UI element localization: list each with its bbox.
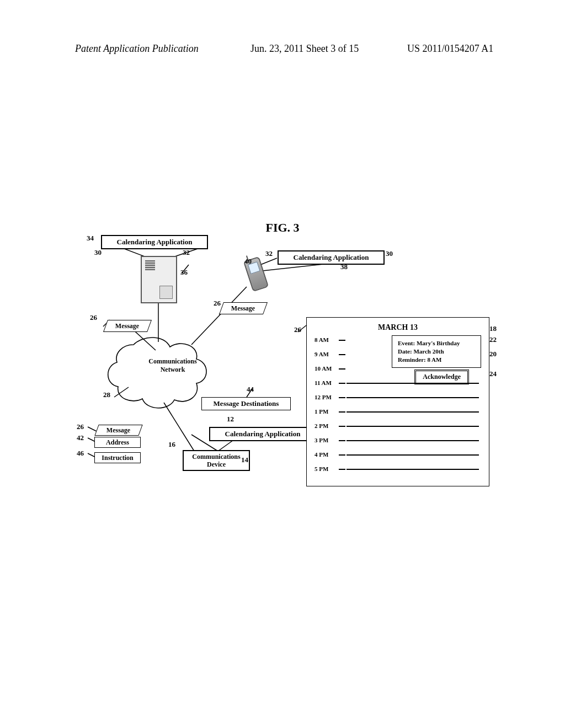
- svg-line-15: [88, 427, 97, 431]
- time-label: 8 AM: [315, 336, 340, 343]
- slot-line: [347, 440, 479, 441]
- calendaring-app-box-right: Calendaring Application: [278, 250, 385, 265]
- slot-line: [347, 454, 479, 456]
- message-label: Message: [115, 322, 139, 330]
- ref-12: 12: [227, 415, 234, 424]
- time-label: 1 PM: [315, 408, 340, 415]
- ref-20: 20: [489, 350, 497, 358]
- message-para-upper: Message: [219, 302, 268, 314]
- ref-32b: 32: [265, 249, 273, 258]
- message-para-left: Message: [103, 320, 152, 332]
- time-tick: [339, 397, 345, 398]
- calendaring-app-box-lower: Calendaring Application: [209, 427, 316, 441]
- header-mid: Jun. 23, 2011 Sheet 3 of 15: [250, 43, 359, 55]
- slot-line: [347, 383, 479, 384]
- time-label: 3 PM: [315, 437, 340, 443]
- ref-26a: 26: [90, 313, 97, 322]
- ref-30a: 30: [94, 248, 102, 257]
- event-line1: Event: Mary's Birthday: [398, 339, 475, 347]
- ref-30b: 30: [386, 249, 393, 258]
- time-tick: [339, 469, 345, 470]
- time-label: 11 AM: [315, 379, 340, 386]
- comm-network-label: Communications Network: [140, 357, 206, 374]
- ref-28: 28: [103, 390, 110, 399]
- time-tick: [339, 454, 345, 456]
- event-line3: Reminder: 8 AM: [398, 356, 475, 364]
- time-label: 5 PM: [315, 465, 340, 472]
- diagram: Calendaring Application Calendaring Appl…: [81, 232, 492, 496]
- ref-40: 40: [244, 257, 252, 266]
- ref-36: 36: [180, 268, 188, 277]
- time-label: 2 PM: [315, 422, 340, 429]
- time-tick: [339, 440, 345, 441]
- svg-line-5: [191, 287, 247, 345]
- ref-24: 24: [489, 370, 497, 378]
- ref-34: 34: [87, 234, 94, 243]
- slot-line: [347, 397, 479, 398]
- event-popup: Event: Mary's Birthday Date: March 20th …: [392, 335, 481, 368]
- message-label: Message: [231, 304, 255, 313]
- communications-device-box: Communications Device: [183, 450, 250, 471]
- time-tick: [339, 383, 345, 384]
- slot-line: [347, 469, 479, 470]
- ref-16: 16: [168, 440, 175, 449]
- time-label: 4 PM: [315, 451, 340, 458]
- time-label: 9 AM: [315, 351, 340, 357]
- ref-14: 14: [241, 456, 248, 464]
- ref-32a: 32: [183, 248, 190, 257]
- calendar-title: MARCH 13: [307, 323, 489, 332]
- ref-38: 38: [340, 263, 348, 271]
- server-icon: [141, 256, 177, 303]
- ref-26c: 26: [77, 422, 84, 431]
- ref-26d: 26: [294, 325, 301, 334]
- ref-18: 18: [489, 324, 497, 333]
- ref-26b: 26: [214, 299, 221, 308]
- time-label: 12 PM: [315, 394, 340, 400]
- time-label: 10 AM: [315, 365, 340, 372]
- ref-42: 42: [77, 433, 84, 442]
- calendar-panel: MARCH 13 Event: Mary's Birthday Date: Ma…: [306, 317, 489, 486]
- message-destinations-box: Message Destinations: [201, 397, 291, 410]
- header-right: US 2011/0154207 A1: [407, 43, 493, 55]
- time-tick: [339, 411, 345, 413]
- message-para-lower: Message: [94, 425, 142, 436]
- time-tick: [339, 340, 345, 341]
- message-label: Message: [106, 426, 130, 435]
- acknowledge-button[interactable]: Acknowledge: [414, 370, 469, 384]
- ref-22: 22: [489, 335, 497, 344]
- slot-line: [347, 411, 479, 413]
- ref-46: 46: [77, 449, 84, 458]
- instruction-box: Instruction: [94, 452, 141, 463]
- time-tick: [339, 426, 345, 427]
- time-tick: [339, 354, 345, 355]
- header-left: Patent Application Publication: [75, 43, 199, 55]
- slot-line: [347, 426, 479, 427]
- time-tick: [339, 368, 345, 370]
- ref-44: 44: [247, 385, 254, 394]
- event-line2: Date: March 20th: [398, 347, 475, 356]
- calendaring-app-box-left: Calendaring Application: [101, 235, 208, 249]
- address-box: Address: [94, 437, 141, 448]
